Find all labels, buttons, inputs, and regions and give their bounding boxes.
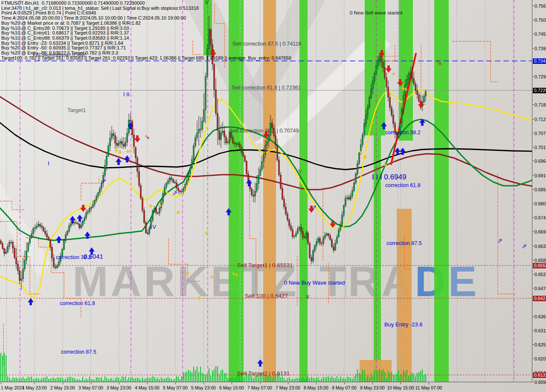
- price-tick: [533, 217, 534, 218]
- price-tick: [533, 246, 534, 246]
- time-label: 10 May 15:00: [387, 385, 414, 390]
- price-tick: [533, 382, 534, 382]
- price-tick: [533, 147, 534, 147]
- time-label: 5 May 07:00: [163, 385, 188, 390]
- price-tick: [533, 344, 534, 345]
- price-highlight-badge: 0.72290: [533, 88, 546, 93]
- price-tick: [533, 358, 534, 359]
- chart-label: correction 61.8: [385, 183, 421, 188]
- chart-label: I I I 0.6949: [372, 173, 406, 181]
- time-tick: [203, 383, 204, 384]
- time-tick: [119, 383, 119, 384]
- chart-label: I V: [149, 224, 156, 230]
- price-highlight-badge: 0.61310: [533, 372, 546, 378]
- price-tick: [533, 203, 534, 204]
- info-line: FTMUSDT-Bin,H1 0.71680000 0.72300000 0.7…: [1, 1, 291, 6]
- chart-area[interactable]: MARKETZI TRADE ✦✦✦✦✦✦✦✦✦✦✦✦✦✦✦✦✦✦✦✦✦⇗⇗⇗⇗…: [0, 0, 532, 382]
- time-label: 6 May 15:00: [219, 385, 244, 390]
- price-label: 0.71276: [534, 117, 546, 122]
- time-label: 2 May 15:00: [50, 385, 75, 390]
- time-axis[interactable]: 1 May 20241 May 23:002 May 15:003 May 07…: [0, 383, 546, 392]
- chart-label: Sell 100 | 0.6427: [245, 293, 288, 299]
- time-label: 11 May 07:00: [415, 385, 442, 390]
- time-tick: [91, 383, 91, 384]
- info-line: Buy %10 @ C_Entry88: 0.66379 || Target:0…: [1, 36, 291, 41]
- time-label: 9 May 23:00: [360, 385, 385, 390]
- price-label: 0.62574: [534, 342, 546, 347]
- time-label: 1 May 2024: [1, 385, 24, 390]
- price-label: 0.68019: [534, 201, 546, 206]
- price-tick: [533, 48, 534, 49]
- time-tick: [175, 383, 176, 384]
- indicator-info-panel: FTMUSDT-Bin,H1 0.71680000 0.72300000 0.7…: [1, 1, 291, 61]
- trading-terminal-window: MARKETZI TRADE ✦✦✦✦✦✦✦✦✦✦✦✦✦✦✦✦✦✦✦✦✦⇗⇗⇗⇗…: [0, 0, 546, 392]
- info-line: Buy %20 @ Entry -88: 0.53522 || Target:0…: [1, 51, 291, 56]
- time-label: 3 May 23:00: [107, 385, 131, 390]
- price-tick: [533, 231, 534, 232]
- time-tick: [35, 383, 35, 384]
- chart-label: Buy Entry -23.6: [384, 322, 423, 327]
- price-tick: [533, 260, 534, 260]
- price-label: 0.72905: [534, 74, 546, 79]
- price-label: 0.66917: [534, 229, 546, 234]
- time-tick: [288, 383, 288, 384]
- chart-label: I II: [123, 92, 129, 97]
- price-tick: [533, 274, 534, 274]
- price-label: 0.71819: [534, 102, 546, 107]
- chart-label: I: [48, 161, 49, 166]
- time-label: 1 May 23:00: [22, 385, 47, 390]
- price-label: 0.75093: [534, 17, 546, 23]
- price-tick: [533, 330, 534, 331]
- price-tick: [533, 288, 534, 288]
- price-tick: [533, 6, 534, 6]
- price-label: 0.62031: [534, 356, 546, 361]
- chart-label: Target1: [67, 107, 86, 113]
- time-tick: [429, 383, 429, 384]
- price-label: 0.69105: [534, 173, 546, 178]
- price-tick: [533, 161, 534, 161]
- price-tick: [533, 189, 534, 190]
- time-label: 5 May 23:00: [191, 385, 216, 390]
- price-tick: [533, 20, 534, 20]
- chart-label: Sell Target1 | 0.65531: [237, 262, 293, 268]
- chart-label: 0 New Buy Wave started: [284, 280, 345, 285]
- chart-label: correction 87.5: [61, 349, 96, 355]
- time-tick: [232, 383, 232, 384]
- price-label: 0.74550: [534, 32, 546, 37]
- price-tick: [533, 133, 534, 133]
- price-label: 0.69648: [534, 159, 546, 164]
- time-tick: [344, 383, 345, 384]
- time-tick: [1, 383, 1, 384]
- price-highlight-badge: 0.65531: [533, 263, 546, 268]
- price-highlight-badge: 0.64270: [533, 296, 546, 301]
- chart-label: V: [306, 294, 309, 300]
- time-label: 8 May 15:00: [304, 385, 328, 390]
- time-label: 7 May 23:00: [276, 385, 300, 390]
- time-tick: [147, 383, 148, 384]
- chart-label: correction 61.8: [60, 301, 95, 306]
- price-label: 0.68562: [534, 187, 546, 192]
- time-label: 9 May 07:00: [332, 385, 357, 390]
- price-label: 0.75635: [534, 3, 546, 9]
- price-label: 0.65288: [534, 272, 546, 277]
- chart-label: Sell Target2 | 0.6131: [237, 371, 290, 377]
- price-label: 0.63117: [534, 328, 546, 333]
- price-label: 0.70191: [534, 145, 546, 150]
- price-tick: [533, 34, 534, 34]
- price-label: 0.73990: [534, 46, 546, 51]
- price-label: 0.64746: [534, 286, 546, 291]
- chart-label: 0.6041: [84, 253, 103, 259]
- time-tick: [63, 383, 63, 384]
- price-axis[interactable]: 0.756350.750930.745500.739900.729050.723…: [533, 0, 546, 382]
- price-tick: [533, 175, 534, 176]
- price-highlight-badge: 0.73420: [533, 58, 546, 64]
- price-label: 0.65831: [534, 258, 546, 263]
- price-label: 0.70733: [534, 131, 546, 136]
- time-label: 4 May 15:00: [135, 385, 160, 390]
- price-label: 0.66374: [534, 244, 546, 249]
- price-label: 0.67476: [534, 215, 546, 220]
- price-label: 0.63660: [534, 314, 546, 319]
- chart-label: correction 87.5: [386, 241, 422, 246]
- chart-label: V: [298, 169, 302, 174]
- price-tick: [533, 119, 534, 119]
